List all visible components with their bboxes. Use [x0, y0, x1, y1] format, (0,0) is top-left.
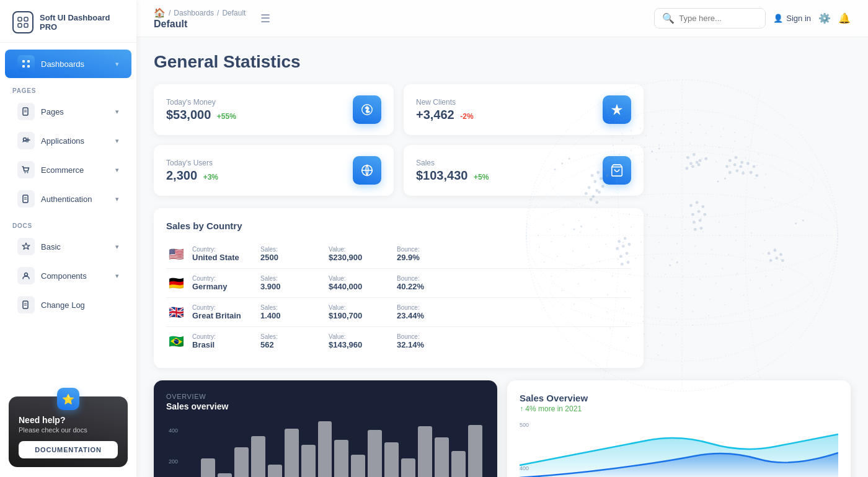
svg-point-185 — [702, 231, 704, 232]
svg-point-229 — [715, 282, 717, 284]
svg-rect-0 — [18, 17, 22, 21]
bar — [384, 442, 399, 477]
bar — [268, 465, 282, 477]
documentation-button[interactable]: DOCUMENTATION — [19, 441, 118, 458]
stat-money-value: $53,000 +55% — [166, 108, 236, 122]
svg-point-199 — [694, 245, 696, 247]
svg-point-248 — [692, 311, 693, 312]
svg-point-74 — [699, 219, 702, 222]
svg-point-100 — [676, 261, 678, 263]
svg-point-128 — [758, 153, 760, 154]
svg-point-146 — [655, 159, 657, 160]
search-bar[interactable]: 🔍 — [654, 8, 766, 28]
table-row: 🇺🇸 Country: United State Sales: 2500 Val… — [166, 240, 631, 269]
sidebar-item-ecommerce[interactable]: Ecommerce ▾ — [5, 155, 131, 184]
svg-point-216 — [722, 268, 723, 269]
svg-point-154 — [764, 187, 765, 188]
notifications-icon[interactable]: 🔔 — [838, 12, 851, 24]
svg-point-50 — [704, 157, 707, 160]
pages-icon — [17, 103, 35, 120]
svg-point-69 — [701, 205, 704, 208]
line-chart-title: Sales Overview — [520, 393, 838, 403]
line-chart-card: Sales Overview ↑ 4% more in 2021 500 400 — [507, 380, 851, 477]
value-col-us: Value: $230,900 — [329, 246, 391, 262]
svg-point-45 — [686, 156, 689, 159]
bar-chart-label: OVERVIEW — [166, 393, 485, 400]
svg-point-184 — [684, 229, 686, 230]
svg-point-114 — [724, 128, 725, 129]
svg-point-48 — [689, 162, 693, 165]
sidebar-item-authentication[interactable]: Authentication ▾ — [5, 185, 131, 213]
sidebar-logo: Soft UI Dashboard PRO — [0, 0, 136, 43]
svg-point-110 — [675, 123, 676, 124]
svg-point-241 — [724, 304, 725, 305]
svg-point-54 — [728, 159, 732, 162]
hamburger-button[interactable]: ☰ — [260, 12, 270, 25]
breadcrumb-current-trail: Default — [222, 9, 246, 17]
stat-users-label: Today's Users — [166, 159, 218, 167]
svg-point-86 — [768, 252, 771, 255]
dashboards-icon — [17, 55, 35, 72]
help-subtitle: Please check our docs — [19, 426, 118, 434]
svg-point-55 — [735, 156, 738, 159]
chevron-icon-basic: ▾ — [115, 243, 119, 251]
breadcrumb-parent[interactable]: Dashboards — [174, 9, 214, 17]
bar — [218, 473, 232, 477]
svg-point-213 — [671, 259, 672, 260]
sidebar-item-dashboards[interactable]: Dashboards ▾ — [5, 50, 131, 78]
svg-point-135 — [689, 143, 690, 144]
country-col-de: Country: Germany — [192, 275, 254, 291]
country-name-us: United State — [192, 253, 254, 262]
logo-icon — [12, 11, 33, 33]
search-input[interactable] — [679, 14, 758, 23]
svg-point-253 — [659, 320, 660, 322]
svg-point-215 — [706, 263, 707, 265]
settings-icon[interactable]: ⚙️ — [818, 12, 831, 24]
svg-point-168 — [735, 226, 737, 227]
components-icon — [17, 267, 35, 284]
svg-point-47 — [699, 159, 702, 162]
svg-point-239 — [693, 295, 694, 296]
svg-point-68 — [696, 201, 699, 204]
sep-2: / — [217, 9, 219, 17]
svg-point-126 — [734, 141, 735, 142]
bar — [368, 430, 382, 477]
sidebar-item-label-changelog: Change Log — [41, 300, 85, 310]
stat-sales-change: +5% — [474, 173, 489, 182]
stat-card-clients: New Clients +3,462 -2% — [404, 84, 644, 135]
y-label-400: 400 — [169, 427, 178, 434]
stats-grid: Today's Money $53,000 +55% New Clients — [154, 84, 644, 196]
svg-point-57 — [725, 165, 728, 168]
bar — [351, 455, 365, 477]
page-content: /* dots generated below */ — [136, 37, 868, 477]
sidebar-item-pages[interactable]: Pages ▾ — [5, 97, 131, 126]
breadcrumb-trail: 🏠 / Dashboards / Default — [154, 7, 246, 19]
svg-point-15 — [27, 172, 29, 173]
sidebar-item-label-auth: Authentication — [41, 195, 92, 204]
page-title: General Statistics — [154, 52, 851, 72]
svg-point-258 — [660, 332, 661, 333]
stat-clients-change: -2% — [460, 112, 473, 121]
sidebar-item-label-dashboards: Dashboards — [41, 59, 84, 69]
sidebar-item-components[interactable]: Components ▾ — [5, 261, 131, 290]
svg-rect-7 — [27, 65, 30, 68]
svg-point-231 — [743, 295, 744, 296]
sales-country-title: Sales by Country — [166, 221, 631, 231]
bar — [418, 426, 432, 477]
svg-point-203 — [756, 267, 757, 268]
line-chart-subtitle: ↑ 4% more in 2021 — [520, 405, 838, 413]
chevron-icon-apps: ▾ — [115, 137, 119, 145]
flag-us: 🇺🇸 — [166, 247, 186, 261]
svg-point-139 — [745, 157, 746, 158]
y-label-500: 500 — [520, 422, 529, 428]
sidebar-help-box: ⭐ Need help? Please check our docs DOCUM… — [9, 396, 128, 467]
svg-rect-5 — [27, 60, 30, 63]
sep-1: / — [169, 9, 170, 17]
sidebar-item-basic[interactable]: Basic ▾ — [5, 232, 131, 261]
sidebar-item-applications[interactable]: Applications ▾ — [5, 126, 131, 155]
signin-button[interactable]: 👤 Sign in — [773, 14, 811, 23]
home-icon[interactable]: 🏠 — [154, 7, 166, 19]
svg-point-97 — [717, 181, 719, 183]
svg-point-230 — [730, 289, 732, 290]
sidebar-item-changelog[interactable]: Change Log — [5, 291, 131, 319]
